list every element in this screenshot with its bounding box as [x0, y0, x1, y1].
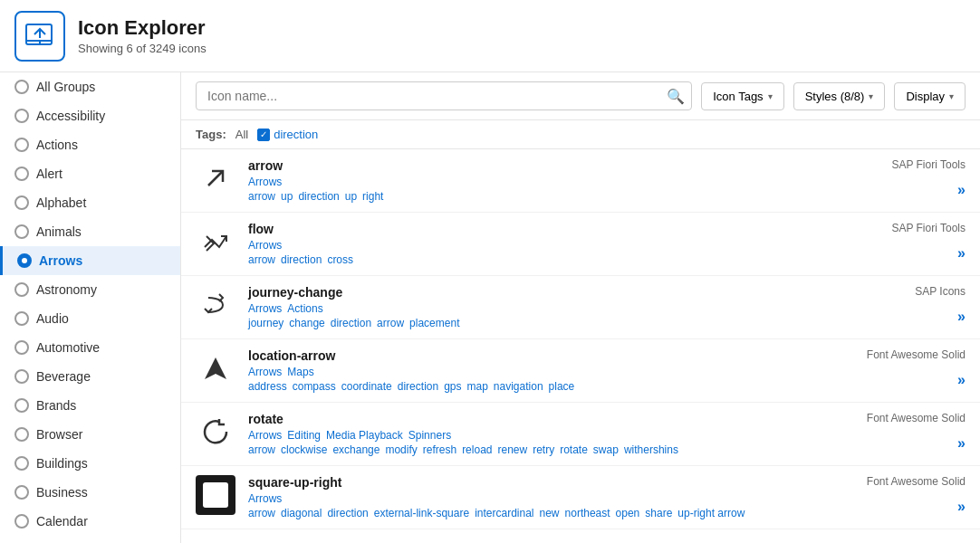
chevron-down-icon: ▾: [949, 91, 954, 101]
tag-link[interactable]: up-right arrow: [677, 507, 745, 519]
tag-link[interactable]: share: [645, 507, 672, 519]
tag-link[interactable]: direction: [281, 253, 322, 266]
tag-link[interactable]: clockwise: [281, 443, 327, 456]
tag-link[interactable]: Arrows: [248, 429, 282, 442]
tag-link[interactable]: Arrows: [248, 492, 282, 505]
sidebar-item-automotive[interactable]: Automotive: [0, 333, 180, 362]
icon-tags-button[interactable]: Icon Tags ▾: [701, 82, 783, 110]
tag-link[interactable]: Maps: [287, 366, 313, 378]
tag-link[interactable]: modify: [385, 443, 417, 456]
tag-link[interactable]: gps: [444, 380, 461, 393]
tag-link[interactable]: arrow: [248, 253, 275, 266]
icon-more-button-square-up-right[interactable]: »: [957, 499, 966, 515]
icon-more-button-flow[interactable]: »: [957, 245, 966, 262]
tag-link[interactable]: Arrows: [248, 239, 282, 252]
tag-link[interactable]: rotate: [560, 443, 588, 456]
tag-link[interactable]: direction: [298, 190, 339, 203]
tag-link[interactable]: northeast: [565, 507, 610, 519]
icon-more-button-rotate[interactable]: »: [957, 435, 966, 452]
icon-row-arrow[interactable]: arrowArrowsarrowupdirectionuprightSAP Fi…: [181, 149, 980, 213]
tag-link[interactable]: open: [616, 507, 640, 519]
tag-link[interactable]: arrow: [248, 507, 275, 519]
tag-link[interactable]: arrow: [377, 317, 404, 329]
icon-visual-flow: [196, 222, 235, 262]
tag-link[interactable]: Actions: [287, 302, 322, 315]
tag-link[interactable]: Arrows: [248, 176, 282, 188]
active-tag[interactable]: direction: [257, 128, 318, 141]
tag-link[interactable]: placement: [409, 317, 459, 329]
search-input[interactable]: [196, 81, 692, 110]
tag-checkbox: [257, 129, 270, 141]
sidebar-label-audio: Audio: [36, 311, 69, 326]
icon-row-flow[interactable]: flowArrowsarrowdirectioncrossSAP Fiori T…: [181, 213, 980, 276]
tag-link[interactable]: Media Playback: [326, 429, 403, 442]
sidebar-item-astronomy[interactable]: Astronomy: [0, 275, 180, 304]
tag-link[interactable]: change: [289, 317, 324, 329]
icon-row-location-arrow[interactable]: location-arrowArrowsMapsaddresscompassco…: [181, 339, 980, 403]
sidebar-item-browser[interactable]: Browser: [0, 420, 180, 449]
tag-link[interactable]: up: [281, 190, 293, 203]
tag-link[interactable]: cross: [327, 253, 353, 266]
tag-link[interactable]: Spinners: [408, 429, 451, 442]
styles-label: Styles (8/8): [805, 90, 865, 103]
icon-more-button-arrow[interactable]: »: [957, 182, 966, 198]
tag-link[interactable]: direction: [331, 317, 371, 329]
icon-row-journey-change[interactable]: journey-changeArrowsActionsjourneychange…: [181, 276, 980, 339]
icon-row-square-up-right[interactable]: square-up-rightArrowsarrowdiagonaldirect…: [181, 466, 980, 529]
tag-link[interactable]: exchange: [332, 443, 380, 456]
tag-link[interactable]: arrow: [248, 190, 275, 203]
tag-link[interactable]: new: [540, 507, 560, 519]
sidebar-item-audio[interactable]: Audio: [0, 304, 180, 333]
sidebar-item-business[interactable]: Business: [0, 478, 180, 507]
sidebar-label-alphabet: Alphabet: [36, 195, 86, 210]
chevron-down-icon: ▾: [768, 91, 773, 101]
sidebar-item-beverage[interactable]: Beverage: [0, 362, 180, 391]
sidebar-item-alert[interactable]: Alert: [0, 159, 180, 188]
icon-row-rotate[interactable]: rotateArrowsEditingMedia PlaybackSpinner…: [181, 403, 980, 466]
tag-link[interactable]: Arrows: [248, 366, 282, 378]
icon-more-button-location-arrow[interactable]: »: [957, 372, 966, 388]
tag-link[interactable]: arrow: [248, 443, 275, 456]
tag-link[interactable]: journey: [248, 317, 283, 329]
tag-link[interactable]: Editing: [287, 429, 321, 442]
icon-visual-square-up-right: [196, 475, 235, 515]
tag-link[interactable]: diagonal: [281, 507, 322, 519]
tag-link[interactable]: place: [549, 380, 575, 393]
sidebar-item-buildings[interactable]: Buildings: [0, 449, 180, 478]
sidebar-item-calendar[interactable]: Calendar: [0, 507, 180, 536]
tag-link[interactable]: intercardinal: [475, 507, 533, 519]
tag-link[interactable]: external-link-square: [374, 507, 469, 519]
tag-all[interactable]: All: [235, 128, 248, 141]
sidebar-item-accessibility[interactable]: Accessibility: [0, 101, 180, 130]
tag-link[interactable]: right: [362, 190, 383, 203]
tag-link[interactable]: swap: [593, 443, 619, 456]
tag-link[interactable]: Arrows: [248, 302, 282, 315]
radio-browser: [14, 427, 29, 442]
sidebar-item-actions[interactable]: Actions: [0, 130, 180, 159]
tag-link[interactable]: reload: [462, 443, 492, 456]
search-wrapper: 🔍: [196, 81, 692, 110]
sidebar-item-arrows[interactable]: Arrows: [0, 246, 180, 275]
display-button[interactable]: Display ▾: [894, 82, 966, 110]
sidebar-item-all-groups[interactable]: All Groups: [0, 72, 180, 101]
tag-link[interactable]: up: [345, 190, 357, 203]
tag-link[interactable]: withershins: [624, 443, 678, 456]
tag-link[interactable]: direction: [327, 507, 368, 519]
tag-link[interactable]: retry: [533, 443, 554, 456]
tag-link[interactable]: refresh: [423, 443, 456, 456]
tag-link[interactable]: renew: [497, 443, 527, 456]
app-subtitle: Showing 6 of 3249 icons: [78, 42, 207, 55]
icon-more-button-journey-change[interactable]: »: [957, 309, 966, 325]
tag-link[interactable]: compass: [293, 380, 336, 393]
tag-link[interactable]: direction: [398, 380, 438, 393]
sidebar-item-brands[interactable]: Brands: [0, 391, 180, 420]
sidebar-item-animals[interactable]: Animals: [0, 217, 180, 246]
styles-button[interactable]: Styles (8/8) ▾: [793, 82, 886, 110]
sidebar-item-alphabet[interactable]: Alphabet: [0, 188, 180, 217]
icon-secondary-tags-arrow: arrowupdirectionupright: [248, 190, 808, 203]
tag-link[interactable]: navigation: [494, 380, 543, 393]
tag-link[interactable]: address: [248, 380, 287, 393]
tag-link[interactable]: map: [467, 380, 488, 393]
search-button[interactable]: 🔍: [667, 88, 685, 105]
tag-link[interactable]: coordinate: [341, 380, 392, 393]
